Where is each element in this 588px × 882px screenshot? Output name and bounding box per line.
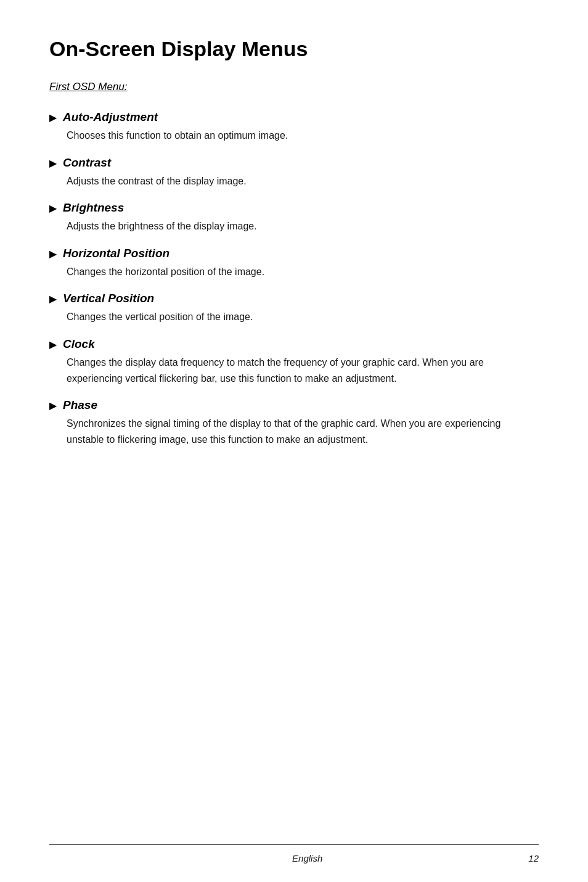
- menu-item-auto-adjustment: ▶Auto-AdjustmentChooses this function to…: [49, 110, 539, 144]
- menu-item-desc-vertical-position: Changes the vertical position of the ima…: [67, 309, 539, 325]
- menu-item-title-horizontal-position: Horizontal Position: [63, 247, 169, 260]
- page-title: On-Screen Display Menus: [49, 37, 539, 61]
- menu-item-title-phase: Phase: [63, 398, 97, 412]
- section-subtitle: First OSD Menu:: [49, 81, 539, 93]
- menu-item-desc-contrast: Adjusts the contrast of the display imag…: [67, 173, 539, 189]
- menu-item-header-vertical-position: ▶Vertical Position: [49, 292, 539, 305]
- menu-item-title-clock: Clock: [63, 337, 95, 351]
- menu-item-header-phase: ▶Phase: [49, 398, 539, 412]
- arrow-icon-horizontal-position: ▶: [49, 248, 57, 260]
- arrow-icon-clock: ▶: [49, 339, 57, 350]
- arrow-icon-auto-adjustment: ▶: [49, 112, 57, 123]
- menu-item-header-auto-adjustment: ▶Auto-Adjustment: [49, 110, 539, 124]
- menu-item-header-contrast: ▶Contrast: [49, 156, 539, 170]
- menu-item-header-clock: ▶Clock: [49, 337, 539, 351]
- menu-item-title-auto-adjustment: Auto-Adjustment: [63, 110, 158, 124]
- menu-item-header-brightness: ▶Brightness: [49, 201, 539, 215]
- menu-item-phase: ▶PhaseSynchronizes the signal timing of …: [49, 398, 539, 447]
- menu-item-desc-auto-adjustment: Chooses this function to obtain an optim…: [67, 128, 539, 144]
- menu-item-desc-horizontal-position: Changes the horizontal position of the i…: [67, 264, 539, 280]
- arrow-icon-phase: ▶: [49, 400, 57, 411]
- arrow-icon-brightness: ▶: [49, 202, 57, 214]
- footer-language: English: [86, 853, 528, 863]
- menu-item-title-contrast: Contrast: [63, 156, 111, 170]
- menu-item-desc-phase: Synchronizes the signal timing of the di…: [67, 416, 539, 447]
- arrow-icon-contrast: ▶: [49, 157, 57, 169]
- arrow-icon-vertical-position: ▶: [49, 293, 57, 305]
- menu-item-contrast: ▶ContrastAdjusts the contrast of the dis…: [49, 156, 539, 189]
- menu-item-vertical-position: ▶Vertical PositionChanges the vertical p…: [49, 292, 539, 325]
- footer-divider: [49, 844, 539, 845]
- menu-item-brightness: ▶BrightnessAdjusts the brightness of the…: [49, 201, 539, 234]
- footer: English 12: [49, 853, 539, 863]
- footer-page-number: 12: [528, 853, 539, 863]
- menu-item-header-horizontal-position: ▶Horizontal Position: [49, 247, 539, 260]
- page-container: On-Screen Display Menus First OSD Menu: …: [0, 0, 588, 882]
- menu-item-horizontal-position: ▶Horizontal PositionChanges the horizont…: [49, 247, 539, 280]
- menu-items-list: ▶Auto-AdjustmentChooses this function to…: [49, 110, 539, 447]
- menu-item-clock: ▶ClockChanges the display data frequency…: [49, 337, 539, 386]
- menu-item-desc-clock: Changes the display data frequency to ma…: [67, 355, 539, 386]
- menu-item-title-brightness: Brightness: [63, 201, 124, 215]
- menu-item-title-vertical-position: Vertical Position: [63, 292, 154, 305]
- menu-item-desc-brightness: Adjusts the brightness of the display im…: [67, 218, 539, 234]
